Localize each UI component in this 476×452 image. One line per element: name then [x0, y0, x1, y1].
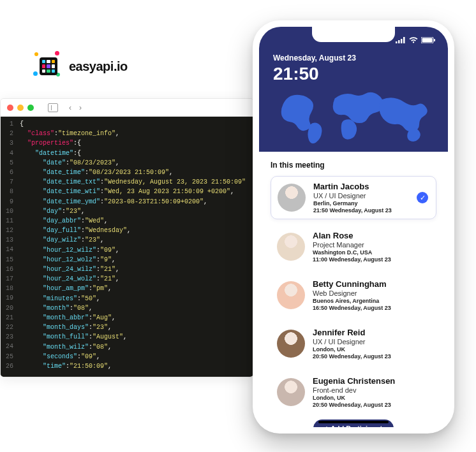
- signal-icon: [396, 37, 406, 43]
- participant-card[interactable]: Eugenia ChristensenFront-end devLondon, …: [271, 371, 436, 413]
- avatar: [277, 378, 305, 406]
- participant-info: Martin JacobsUX / UI DesignerBerlin, Ger…: [313, 182, 392, 214]
- phone-frame: Wednesday, August 23 21:50 In this meeti…: [253, 20, 454, 434]
- battery-icon: [421, 37, 435, 43]
- nav-back-icon[interactable]: ‹: [66, 103, 75, 112]
- logo-mark-icon: [34, 52, 63, 80]
- avatar: [278, 184, 306, 212]
- selected-check-icon: ✓: [417, 192, 428, 203]
- code-content[interactable]: { "class":"timezone_info", "properties":…: [16, 117, 253, 377]
- participant-location: London, UK: [313, 395, 395, 401]
- code-window-titlebar: ‹ ›: [1, 99, 253, 117]
- phone-notch: [312, 27, 395, 42]
- nav-forward-icon[interactable]: ›: [76, 103, 85, 112]
- participant-role: UX / UI Designer: [313, 338, 391, 346]
- home-indicator[interactable]: [318, 421, 389, 423]
- participant-location: Buenos Aires, Argentina: [313, 298, 391, 304]
- logo-text: easyapi.io: [69, 59, 128, 74]
- participant-role: Front-end dev: [313, 386, 395, 394]
- participant-role: UX / UI Designer: [313, 192, 392, 200]
- avatar: [277, 281, 305, 309]
- brand-logo: easyapi.io: [34, 52, 128, 80]
- participant-card[interactable]: Alan RoseProject ManagerWashington D.C, …: [271, 226, 436, 268]
- participant-location: Washington D.C, USA: [313, 249, 391, 256]
- participant-info: Betty CunninghamWeb DesignerBuenos Aires…: [313, 279, 391, 311]
- participant-info: Eugenia ChristensenFront-end devLondon, …: [313, 376, 395, 408]
- participant-name: Betty Cunningham: [313, 279, 391, 289]
- participant-name: Martin Jacobs: [313, 182, 392, 191]
- close-icon[interactable]: [7, 105, 13, 111]
- minimize-icon[interactable]: [17, 105, 24, 111]
- phone-screen: Wednesday, August 23 21:50 In this meeti…: [259, 27, 448, 427]
- sidebar-toggle-icon[interactable]: [48, 103, 58, 112]
- wifi-icon: [409, 37, 418, 43]
- avatar: [277, 233, 305, 261]
- participant-time: 20:50 Wednesday, August 23: [313, 402, 395, 408]
- participant-card[interactable]: Jennifer ReidUX / UI DesignerLondon, UK2…: [271, 323, 436, 365]
- line-number-gutter: 1234567891011121314151617181920212223242…: [1, 117, 16, 377]
- header-time: 21:50: [273, 64, 434, 84]
- participant-location: London, UK: [313, 346, 391, 353]
- participant-time: 11:00 Wednesday, August 23: [313, 256, 391, 263]
- participant-name: Alan Rose: [313, 231, 391, 240]
- svg-rect-6: [434, 39, 435, 41]
- svg-rect-5: [422, 38, 433, 43]
- participant-name: Eugenia Christensen: [313, 376, 395, 386]
- participant-info: Jennifer ReidUX / UI DesignerLondon, UK2…: [313, 328, 391, 360]
- svg-rect-0: [396, 41, 398, 43]
- participant-time: 21:50 Wednesday, August 23: [313, 207, 392, 214]
- participant-list: Martin JacobsUX / UI DesignerBerlin, Ger…: [271, 176, 436, 413]
- participant-name: Jennifer Reid: [313, 328, 391, 337]
- participant-location: Berlin, Germany: [313, 200, 392, 207]
- status-bar: [396, 37, 435, 43]
- avatar: [277, 330, 305, 358]
- section-title: In this meeting: [271, 161, 436, 170]
- code-body[interactable]: 1234567891011121314151617181920212223242…: [1, 117, 253, 377]
- participant-time: 16:50 Wednesday, August 23: [313, 305, 391, 311]
- world-map-icon: [273, 87, 434, 145]
- participant-info: Alan RoseProject ManagerWashington D.C, …: [313, 231, 391, 263]
- header-date: Wednesday, August 23: [273, 54, 434, 62]
- participant-role: Web Designer: [313, 289, 391, 297]
- participant-card[interactable]: Martin JacobsUX / UI DesignerBerlin, Ger…: [271, 176, 436, 219]
- participant-time: 20:50 Wednesday, August 23: [313, 353, 391, 360]
- maximize-icon[interactable]: [27, 105, 34, 111]
- participant-card[interactable]: Betty CunninghamWeb DesignerBuenos Aires…: [271, 274, 436, 316]
- participant-role: Project Manager: [313, 241, 391, 249]
- svg-rect-3: [403, 37, 405, 43]
- svg-rect-1: [398, 40, 400, 43]
- app-body: In this meeting Martin JacobsUX / UI Des…: [259, 152, 448, 427]
- code-editor-window: ‹ › 123456789101112131415161718192021222…: [0, 98, 254, 377]
- svg-rect-2: [401, 39, 403, 43]
- app-header: Wednesday, August 23 21:50: [259, 27, 448, 152]
